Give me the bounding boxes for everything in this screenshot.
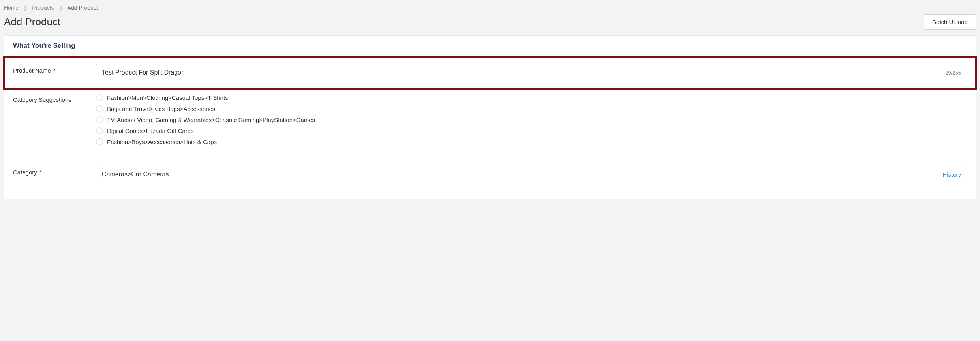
category-suggestion-text: TV, Audio / Video, Gaming & Wearables>Co… (107, 116, 315, 123)
product-name-label-text: Product Name (13, 67, 51, 74)
breadcrumb-products[interactable]: Products (32, 5, 54, 11)
history-link[interactable]: History (937, 171, 967, 178)
radio-icon (96, 138, 103, 145)
required-marker: * (53, 67, 56, 74)
category-suggestion-radio[interactable]: TV, Audio / Video, Gaming & Wearables>Co… (96, 116, 967, 123)
chevron-right-icon: ❯ (59, 5, 63, 11)
category-suggestion-text: Fashion>Boys>Accessories>Hats & Caps (107, 139, 217, 145)
category-suggestion-text: Bags and Travel>Kids Bags>Accessories (107, 105, 215, 112)
required-marker: * (39, 169, 42, 176)
category-suggestion-text: Digital Goods>Lazada Gift Cards (107, 127, 194, 134)
what-youre-selling-panel: What You're Selling Product Name * 29/25… (4, 35, 976, 199)
breadcrumb-add-product: Add Product (68, 5, 98, 11)
breadcrumb-home[interactable]: Home (4, 5, 19, 11)
category-value: Cameras>Car Cameras (96, 166, 937, 183)
category-suggestion-radio[interactable]: Fashion>Boys>Accessories>Hats & Caps (96, 138, 967, 145)
category-suggestions-row: Category Suggestions Fashion>Men>Clothin… (13, 88, 967, 150)
batch-upload-button[interactable]: Batch Upload (924, 14, 976, 30)
radio-icon (96, 105, 103, 112)
product-name-char-count: 29/255 (940, 70, 967, 76)
category-row: Category * Cameras>Car Cameras History (13, 161, 967, 188)
radio-icon (96, 127, 103, 134)
category-suggestion-radio[interactable]: Fashion>Men>Clothing>Casual Tops>T-Shirt… (96, 94, 967, 101)
category-suggestions-label: Category Suggestions (13, 93, 96, 103)
category-select[interactable]: Cameras>Car Cameras History (96, 166, 967, 183)
product-name-input-wrap: 29/255 (96, 64, 967, 81)
category-suggestion-text: Fashion>Men>Clothing>Casual Tops>T-Shirt… (107, 94, 228, 101)
radio-icon (96, 116, 103, 123)
category-suggestion-radio[interactable]: Bags and Travel>Kids Bags>Accessories (96, 105, 967, 112)
category-label: Category * (13, 166, 96, 176)
category-label-text: Category (13, 169, 37, 176)
category-suggestions-list: Fashion>Men>Clothing>Casual Tops>T-Shirt… (96, 93, 967, 145)
product-name-row: Product Name * 29/255 (4, 57, 976, 88)
radio-icon (96, 94, 103, 101)
page-title: Add Product (4, 16, 60, 28)
category-suggestion-radio[interactable]: Digital Goods>Lazada Gift Cards (96, 127, 967, 134)
section-title: What You're Selling (4, 36, 976, 57)
chevron-right-icon: ❯ (23, 5, 27, 11)
product-name-input[interactable] (96, 64, 940, 81)
product-name-label: Product Name * (13, 64, 96, 74)
breadcrumb: Home ❯ Products ❯ Add Product (4, 4, 976, 13)
